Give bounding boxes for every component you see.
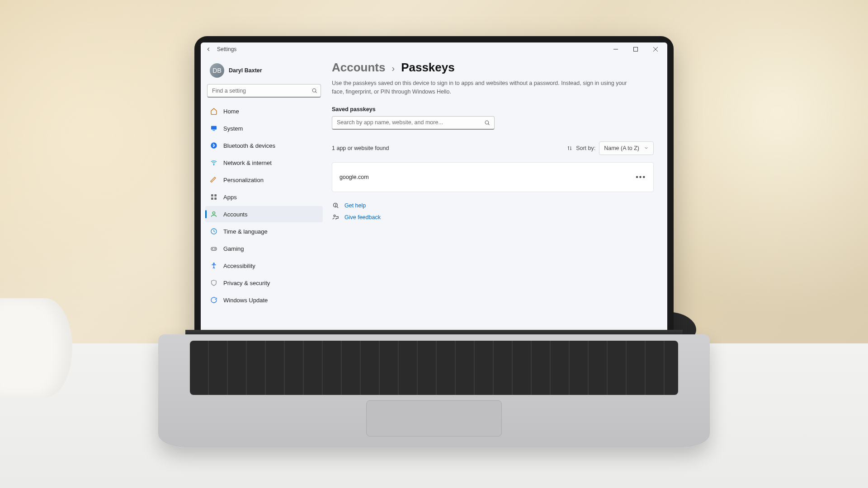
sidebar-item-label: Time & language xyxy=(223,228,268,235)
search-icon xyxy=(484,120,490,126)
sort-wrap: Sort by: Name (A to Z) xyxy=(567,141,654,155)
sidebar-item-label: Network & internet xyxy=(223,160,272,166)
svg-rect-1 xyxy=(634,47,638,52)
window-caption-buttons xyxy=(606,42,665,56)
clock-icon xyxy=(210,227,218,235)
titlebar-left: Settings xyxy=(205,46,236,52)
svg-rect-8 xyxy=(214,194,217,197)
svg-point-11 xyxy=(212,212,215,214)
keyboard xyxy=(190,341,678,395)
settings-search-wrap xyxy=(204,84,324,103)
sidebar-item-network[interactable]: Network & internet xyxy=(205,155,323,171)
titlebar: Settings xyxy=(201,42,667,56)
sidebar-nav: Home System Bluetooth & de xyxy=(204,103,324,308)
accounts-icon xyxy=(210,210,218,218)
svg-point-19 xyxy=(334,215,335,217)
profile-block[interactable]: DB Daryl Baxter xyxy=(204,60,324,84)
sidebar-item-home[interactable]: Home xyxy=(205,103,323,119)
laptop-base xyxy=(158,334,710,447)
sidebar-item-label: Privacy & security xyxy=(223,280,270,286)
back-button[interactable] xyxy=(205,46,212,52)
close-button[interactable] xyxy=(646,42,665,56)
more-options-button[interactable]: ••• xyxy=(636,173,646,181)
sidebar-item-accounts[interactable]: Accounts xyxy=(205,206,323,222)
window-body: DB Daryl Baxter xyxy=(201,56,667,346)
accessibility-icon xyxy=(210,262,218,270)
sort-dropdown[interactable]: Name (A to Z) xyxy=(599,141,654,155)
app-title: Settings xyxy=(217,46,236,52)
breadcrumb-parent[interactable]: Accounts xyxy=(332,61,385,75)
sidebar-item-label: Apps xyxy=(223,194,237,201)
bluetooth-icon xyxy=(210,141,218,150)
sidebar-item-update[interactable]: Windows Update xyxy=(205,292,323,308)
sidebar-item-system[interactable]: System xyxy=(205,120,323,136)
saved-passkeys-heading: Saved passkeys xyxy=(332,106,654,113)
found-count: 1 app or website found xyxy=(332,145,389,151)
get-help-link[interactable]: Get help xyxy=(344,202,366,209)
sidebar-item-personalization[interactable]: Personalization xyxy=(205,172,323,188)
help-icon xyxy=(332,202,339,209)
page-title: Passkeys xyxy=(401,61,455,75)
feedback-icon xyxy=(332,214,339,221)
sidebar-item-label: Gaming xyxy=(223,245,244,252)
sidebar-item-time[interactable]: Time & language xyxy=(205,223,323,239)
avatar: DB xyxy=(210,63,224,78)
profile-name: Daryl Baxter xyxy=(229,67,262,74)
svg-point-2 xyxy=(312,89,316,92)
update-icon xyxy=(210,296,218,304)
search-icon xyxy=(311,88,317,94)
help-links: Get help Give feedback xyxy=(332,202,654,221)
sidebar-item-apps[interactable]: Apps xyxy=(205,189,323,205)
breadcrumb: Accounts › Passkeys xyxy=(332,58,654,79)
svg-rect-9 xyxy=(211,197,213,200)
sidebar-item-label: Accessibility xyxy=(223,263,255,269)
chevron-down-icon xyxy=(644,145,649,150)
sidebar-item-label: Windows Update xyxy=(223,297,268,304)
svg-rect-7 xyxy=(211,194,213,197)
home-icon xyxy=(210,107,218,115)
apps-icon xyxy=(210,193,218,201)
system-icon xyxy=(210,124,218,132)
settings-window: Settings DB xyxy=(201,42,667,346)
svg-point-15 xyxy=(213,263,215,264)
laptop: Settings DB xyxy=(158,36,710,452)
svg-point-6 xyxy=(213,164,214,165)
sidebar-item-label: System xyxy=(223,125,243,132)
laptop-lid: Settings DB xyxy=(194,36,674,352)
svg-point-14 xyxy=(215,249,216,249)
page-description: Use the passkeys saved on this device to… xyxy=(332,79,639,96)
content-area: Accounts › Passkeys Use the passkeys sav… xyxy=(327,56,667,346)
svg-rect-3 xyxy=(211,126,217,130)
shield-icon xyxy=(210,279,218,287)
sort-icon xyxy=(567,145,572,151)
sidebar-item-label: Accounts xyxy=(223,211,247,218)
passkey-entry-site: google.com xyxy=(340,174,369,180)
give-feedback-link[interactable]: Give feedback xyxy=(344,214,381,221)
sidebar: DB Daryl Baxter xyxy=(201,56,327,346)
svg-point-5 xyxy=(211,142,217,148)
passkey-entry[interactable]: google.com ••• xyxy=(332,162,654,192)
wifi-icon xyxy=(210,159,218,167)
trackpad xyxy=(366,400,502,436)
svg-point-16 xyxy=(485,121,489,124)
sort-value: Name (A to Z) xyxy=(604,145,639,151)
settings-search-input[interactable] xyxy=(207,84,321,98)
gaming-icon xyxy=(210,244,218,253)
give-feedback-row: Give feedback xyxy=(332,214,654,221)
paintbrush-icon xyxy=(210,176,218,184)
sidebar-item-gaming[interactable]: Gaming xyxy=(205,240,323,257)
mug-prop xyxy=(0,298,72,398)
maximize-button[interactable] xyxy=(626,42,646,56)
svg-point-18 xyxy=(335,206,335,206)
minimize-button[interactable] xyxy=(606,42,626,56)
sidebar-item-label: Home xyxy=(223,108,239,115)
sidebar-item-bluetooth[interactable]: Bluetooth & devices xyxy=(205,137,323,154)
sidebar-item-label: Personalization xyxy=(223,177,264,183)
svg-rect-10 xyxy=(214,197,217,200)
sidebar-item-accessibility[interactable]: Accessibility xyxy=(205,258,323,274)
svg-rect-4 xyxy=(212,130,215,131)
found-row: 1 app or website found Sort by: Name (A … xyxy=(332,141,654,155)
passkeys-search-input[interactable] xyxy=(332,116,495,130)
sidebar-item-label: Bluetooth & devices xyxy=(223,142,275,149)
sidebar-item-privacy[interactable]: Privacy & security xyxy=(205,275,323,291)
